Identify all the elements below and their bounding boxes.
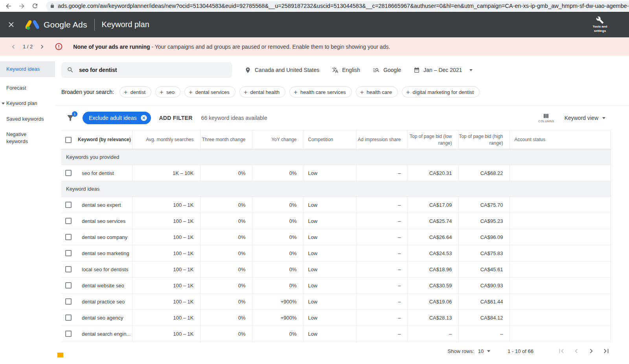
row-checkbox[interactable] [65,202,72,208]
broaden-chip[interactable]: +seo [155,86,180,97]
header-checkbox-cell [61,131,77,149]
cell-three-month-change: 0% [200,310,252,326]
broaden-chip[interactable]: +dental services [184,86,235,97]
tools-and-settings-button[interactable]: Tools and settings [590,16,609,33]
row-checkbox[interactable] [65,266,72,272]
broaden-chip[interactable]: +dentist [120,86,151,97]
view-selector[interactable]: Keyword view [565,115,605,121]
select-all-checkbox[interactable] [65,137,72,143]
cell-yoy-change: +900% [252,310,303,326]
row-checkbox[interactable] [65,250,72,256]
active-filter-chip[interactable]: Exclude adult ideas [83,112,151,124]
cell-three-month-change: 0% [200,197,252,213]
cell-avg-monthly-searches: 100 – 1K [132,310,200,326]
cell-ad-impression-share: – [356,278,407,294]
broaden-chip[interactable]: +health care services [289,86,352,97]
row-checkbox[interactable] [65,170,72,176]
cell-top-of-page-bid-low: CA$18.96 [407,261,458,278]
cell-checkbox [61,229,77,245]
language-selector[interactable]: English [332,67,360,74]
reload-button[interactable] [31,2,39,9]
keyword-table: Keyword (by relevance)Avg. monthly searc… [61,130,611,342]
column-header[interactable]: Top of page bid (high range) [458,131,509,149]
broaden-chip[interactable]: +health care [356,86,398,97]
cell-yoy-change: +900% [252,294,303,310]
cell-competition: Low [303,165,356,181]
sidebar-item-saved-keywords[interactable]: Saved keywords [0,111,55,127]
date-range-selector[interactable]: Jan – Dec 2021 [414,67,473,73]
previous-page-button[interactable] [572,347,581,355]
show-rows-select[interactable]: 10 [478,348,490,354]
previous-notification-button[interactable] [9,43,17,51]
column-header[interactable]: Competition [303,131,356,149]
broaden-chip[interactable]: +digital marketing for dentist [402,86,480,97]
column-header[interactable]: Avg. monthly searches [132,131,200,149]
cell-top-of-page-bid-low: CA$25.74 [407,213,458,229]
cell-top-of-page-bid-high: CA$90.93 [458,278,509,294]
cell-checkbox [61,278,77,294]
column-header[interactable]: Three month change [200,131,252,149]
row-checkbox[interactable] [65,314,72,321]
next-notification-button[interactable] [38,43,46,51]
column-header[interactable]: YoY change [252,131,303,149]
cell-keyword: local seo for dentists [77,261,132,278]
cell-avg-monthly-searches: 100 – 1K [132,278,200,294]
cell-account-status [509,326,611,342]
row-checkbox[interactable] [65,298,72,305]
broaden-label: Broaden your search: [61,89,114,95]
sidebar-item-negative-keywords[interactable]: Negative keywords [0,127,55,149]
view-label: Keyword view [565,115,598,121]
sidebar-item-keyword-plan[interactable]: Keyword plan [0,96,55,111]
sidebar-item-keyword-ideas[interactable]: Keyword ideas [0,61,55,77]
row-checkbox[interactable] [65,331,72,337]
cell-ad-impression-share: – [356,165,407,181]
cell-account-status [509,197,611,213]
notification-pager: 1 / 2 [23,44,33,50]
columns-button[interactable]: COLUMNS [538,113,554,123]
chip-label: dentist [131,89,145,95]
chip-label: digital marketing for dentist [413,89,474,95]
row-checkbox[interactable] [65,218,72,224]
row-checkbox[interactable] [65,282,72,289]
add-filter-button[interactable]: ADD FILTER [159,115,192,121]
cell-keyword: dental website seo [77,278,132,294]
cell-top-of-page-bid-high: – [458,326,509,342]
sidebar-item-forecast[interactable]: Forecast [0,80,55,96]
cell-top-of-page-bid-low: CA$17.09 [407,197,458,213]
cell-keyword: dental seo expert [77,197,132,213]
first-page-button[interactable] [557,347,566,355]
keyword-row: dental seo marketing100 – 1K0%0%Low–CA$2… [61,245,611,261]
filter-funnel-icon[interactable]: 1 [66,114,75,122]
cell-checkbox [61,197,77,213]
keyword-row: local seo for dentists100 – 1K0%0%Low–CA… [61,261,611,278]
plus-icon: + [124,89,128,96]
location-selector[interactable]: Canada and United States [245,67,319,74]
search-query: seo for dentist [79,67,117,73]
column-header[interactable]: Ad impression share [356,131,407,149]
back-button[interactable] [5,2,12,10]
address-bar[interactable]: ads.google.com/aw/keywordplanner/ideas/n… [46,1,629,11]
cell-yoy-change: 0% [252,245,303,261]
keyword-row: dental practice seo100 – 1K0%+900%Low–CA… [61,294,611,310]
cell-yoy-change: 0% [252,197,303,213]
forward-button[interactable] [18,2,26,10]
column-header[interactable]: Account status [509,131,611,149]
next-page-button[interactable] [587,347,596,355]
remove-filter-icon[interactable] [140,114,147,121]
close-icon[interactable] [7,20,15,29]
tools-and-settings-label: Tools and settings [590,25,609,33]
keyword-row: dental search engin...100 – 1K0%0%Low––– [61,326,611,342]
show-rows-label: Show rows: [448,348,474,354]
column-header[interactable]: Top of page bid (low range) [407,131,458,149]
section-keyword-ideas: Keyword ideas [61,181,611,197]
network-selector[interactable]: Google [373,66,401,74]
cell-three-month-change: 0% [200,278,252,294]
row-checkbox[interactable] [65,234,72,240]
cell-competition: Low [303,245,356,261]
broaden-chip[interactable]: +dental health [239,86,285,97]
keyword-search-input[interactable]: seo for dentist [61,62,232,78]
lock-icon [50,3,55,9]
column-header[interactable]: Keyword (by relevance) [77,131,132,149]
last-page-button[interactable] [602,347,611,355]
cell-checkbox [61,326,77,342]
